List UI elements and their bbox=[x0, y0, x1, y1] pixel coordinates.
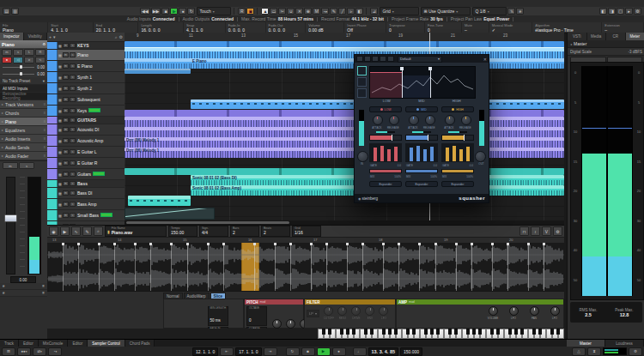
pitch-field[interactable]: OCTAVE0 bbox=[246, 306, 267, 326]
hitpoint-marker[interactable] bbox=[435, 243, 436, 291]
band-ratio-slider[interactable] bbox=[369, 135, 402, 141]
editor-field[interactable]: Bars 2 bbox=[230, 226, 259, 237]
hitpoint-marker[interactable] bbox=[275, 243, 276, 291]
plugin-close-icon[interactable]: ✕ bbox=[483, 57, 487, 62]
audio-event[interactable] bbox=[125, 41, 564, 48]
band-solo-button[interactable]: HIGH bbox=[441, 106, 474, 112]
plugin-preset-select[interactable]: Default▾ bbox=[398, 56, 442, 63]
band-solo-button[interactable]: LOW bbox=[369, 106, 402, 112]
plugin-window-squasher[interactable]: Default▾ ✕ LOWMIDHIGH LOW bbox=[354, 54, 489, 203]
hitpoint-marker[interactable] bbox=[171, 243, 172, 291]
freeze-button[interactable]: ∿ bbox=[35, 57, 46, 63]
slice-field[interactable]: MIN LENGTH50 ms bbox=[208, 306, 229, 326]
status-item[interactable]: Record Format 44.1 kHz - 32 bit bbox=[321, 16, 392, 21]
audio-event[interactable] bbox=[128, 196, 191, 206]
editor-vari-button[interactable]: V bbox=[542, 226, 551, 236]
track-mute-button[interactable]: m bbox=[63, 43, 69, 48]
track-filter-chevron-icon[interactable]: ▾ bbox=[53, 34, 56, 39]
audio-event[interactable] bbox=[191, 100, 362, 109]
audio-event[interactable] bbox=[125, 117, 564, 127]
locators-button[interactable]: ⇄▾ bbox=[33, 347, 46, 356]
fader-rail[interactable] bbox=[6, 177, 15, 275]
status-item[interactable]: Audio Outputs Connected bbox=[183, 16, 242, 21]
track-row[interactable]: ▦ m s Bass Amp bbox=[47, 199, 125, 210]
automation-mode-select[interactable]: Touch▾ bbox=[197, 7, 231, 15]
track-solo-button[interactable]: s bbox=[70, 52, 76, 57]
monitor-button[interactable]: ◁ bbox=[13, 57, 23, 63]
audio-event[interactable]: Drrr (86) Melody 1 bbox=[125, 148, 564, 158]
track-mute-button[interactable]: m bbox=[63, 97, 69, 102]
track-row[interactable]: ▦ m s Guitars bbox=[47, 169, 125, 180]
acoustic-feedback-button[interactable]: ▣ bbox=[246, 8, 254, 15]
track-mute-button[interactable]: m bbox=[63, 108, 69, 113]
tool-button[interactable]: ↝ bbox=[321, 8, 329, 15]
fader-handle[interactable] bbox=[4, 214, 17, 222]
transport-gear-icon[interactable]: ⚙ bbox=[629, 347, 642, 356]
rewind-button[interactable]: ◀◀ bbox=[140, 8, 150, 15]
inspector-section-header[interactable]: ▸Piano≡ bbox=[0, 118, 47, 126]
stop-transport-button[interactable]: ■ bbox=[301, 347, 315, 356]
edit-channel-button[interactable]: e bbox=[24, 57, 34, 63]
scrollbar-thumb[interactable] bbox=[126, 221, 289, 224]
tool-button[interactable]: ▹ bbox=[347, 8, 355, 15]
filter-knob[interactable]: DRIVE bbox=[349, 306, 363, 320]
track-mute-button[interactable]: m bbox=[63, 52, 69, 57]
grid-type-select[interactable]: Grid▾ bbox=[380, 7, 419, 15]
listen-button[interactable]: L bbox=[24, 49, 34, 56]
primary-time-display[interactable]: 13. 3. 4. 85 bbox=[368, 347, 399, 356]
fader-solo-button[interactable]: s bbox=[19, 162, 34, 169]
snap-toggle-button[interactable]: ⊿ bbox=[370, 8, 378, 15]
info-line-field[interactable]: End 20. 1. 1. 0 bbox=[94, 22, 139, 33]
track-mute-button[interactable]: m bbox=[63, 213, 69, 218]
hitpoint-marker[interactable] bbox=[311, 243, 312, 291]
editor-scrub-button[interactable]: ∿ bbox=[71, 226, 81, 236]
tool-button[interactable]: M bbox=[313, 8, 320, 15]
track-row[interactable]: ▦ m s Synth 2 bbox=[47, 83, 125, 94]
hitpoint-marker[interactable] bbox=[208, 243, 209, 291]
track-mute-button[interactable]: m bbox=[63, 149, 69, 154]
info-line-field[interactable]: Snap 4. 1. 1. 0 bbox=[184, 22, 226, 33]
band-ratio-slider[interactable] bbox=[441, 135, 474, 141]
window-layout-right-button[interactable]: ▢ bbox=[617, 8, 624, 15]
fader-mute-button[interactable]: m bbox=[3, 162, 18, 169]
filter-type-select[interactable]: LP▾ bbox=[307, 310, 319, 317]
track-row[interactable]: ▦ m s E Guitar L bbox=[47, 147, 125, 158]
track-row[interactable]: ▦ m s E Piano bbox=[47, 61, 125, 72]
track-solo-button[interactable]: s bbox=[70, 108, 76, 113]
left-locator-display[interactable]: 12. 1. 1. 0 bbox=[192, 347, 218, 356]
inspector-section-header[interactable]: ▸Audio Fader≡ bbox=[0, 152, 47, 160]
track-solo-button[interactable]: s bbox=[70, 202, 76, 207]
band-expander-button[interactable]: Expander bbox=[369, 181, 402, 187]
window-layout-bottom-button[interactable]: ◨ bbox=[608, 8, 616, 15]
track-mute-button[interactable]: m bbox=[63, 190, 69, 196]
plugin-bypass-button[interactable] bbox=[364, 56, 371, 62]
filter-knob[interactable]: LFO bbox=[377, 306, 391, 320]
info-line-field[interactable]: File Piano bbox=[0, 22, 48, 33]
info-line-field[interactable]: Musical Mode ✓ bbox=[489, 22, 533, 33]
pre-post-roll-button[interactable]: ◔▾ bbox=[48, 347, 62, 356]
track-solo-button[interactable]: s bbox=[70, 190, 76, 196]
track-row[interactable]: ▦ m s Bass DI bbox=[47, 188, 125, 199]
info-line-field[interactable]: Fade-Out 0. 0. 0. 0 bbox=[266, 22, 307, 33]
hitpoint-marker[interactable] bbox=[326, 243, 327, 291]
inspector-volume-slider[interactable]: 0.00 bbox=[0, 63, 47, 70]
track-mute-button[interactable]: m bbox=[63, 75, 69, 80]
track-solo-button[interactable]: s bbox=[70, 63, 76, 69]
track-row[interactable]: ▦ m s Synth 1 bbox=[47, 72, 125, 83]
editor-field[interactable]: Tempo 150.00 bbox=[168, 226, 197, 237]
band-attack-knob[interactable] bbox=[373, 115, 383, 125]
audio-event[interactable] bbox=[125, 168, 564, 175]
solo-button[interactable]: s bbox=[13, 49, 23, 56]
track-solo-button[interactable]: s bbox=[70, 172, 76, 177]
track-solo-button[interactable]: s bbox=[70, 118, 76, 123]
add-track-button[interactable]: + bbox=[49, 34, 52, 39]
find-track-icon[interactable]: ⌕ bbox=[115, 34, 118, 40]
meter-scale-row[interactable]: Digital Scale -3 dBFS bbox=[568, 48, 644, 56]
toolbar-gear-icon[interactable]: ⚙ bbox=[634, 8, 641, 15]
hitpoint-marker[interactable] bbox=[419, 243, 420, 291]
hitpoint-marker[interactable] bbox=[507, 243, 508, 291]
retrospective-record-row[interactable]: Retrospective Recording bbox=[0, 93, 47, 100]
tool-button[interactable]: ▭ bbox=[270, 8, 277, 15]
fader-value[interactable]: 0.00 bbox=[10, 276, 36, 283]
filter-knob[interactable]: ENV bbox=[363, 306, 377, 320]
